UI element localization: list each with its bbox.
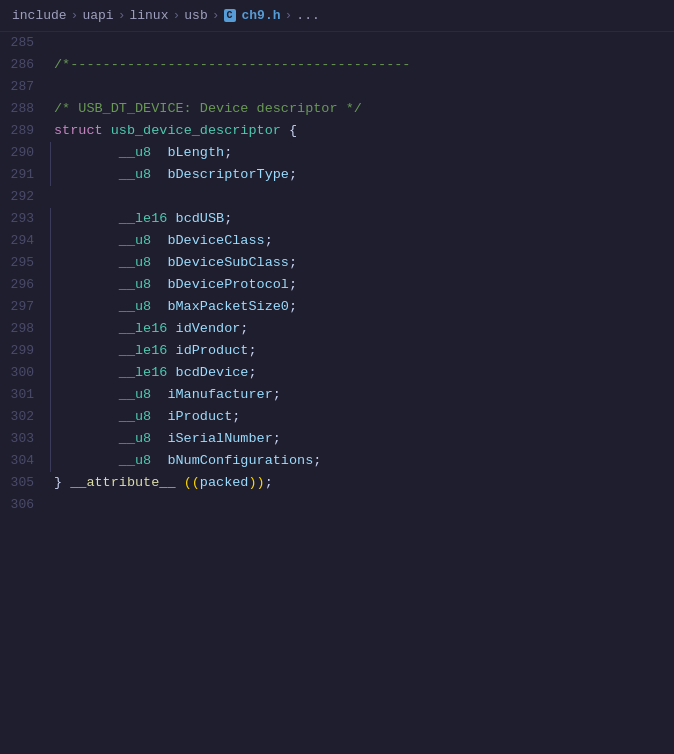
line-content: __u8 bDeviceProtocol;	[50, 274, 297, 296]
line-number: 288	[0, 98, 50, 120]
line-number: 302	[0, 406, 50, 428]
breadcrumb: include › uapi › linux › usb › C ch9.h ›…	[0, 0, 674, 32]
breadcrumb-sep-4: ›	[212, 8, 220, 23]
line-number: 305	[0, 472, 50, 494]
code-line: 296 __u8 bDeviceProtocol;	[0, 274, 674, 296]
code-line: 289struct usb_device_descriptor {	[0, 120, 674, 142]
line-number: 296	[0, 274, 50, 296]
code-line: 301 __u8 iManufacturer;	[0, 384, 674, 406]
line-number: 289	[0, 120, 50, 142]
line-content: __u8 bLength;	[50, 142, 232, 164]
line-content: } __attribute__ ((packed));	[50, 472, 273, 494]
code-line: 286/*-----------------------------------…	[0, 54, 674, 76]
breadcrumb-usb[interactable]: usb	[184, 8, 207, 23]
line-number: 304	[0, 450, 50, 472]
breadcrumb-filename[interactable]: ch9.h	[242, 8, 281, 23]
line-number: 287	[0, 76, 50, 98]
code-line: 288/* USB_DT_DEVICE: Device descriptor *…	[0, 98, 674, 120]
line-number: 293	[0, 208, 50, 230]
line-content: __u8 bDeviceClass;	[50, 230, 273, 252]
line-content: /* USB_DT_DEVICE: Device descriptor */	[50, 98, 362, 120]
code-line: 305} __attribute__ ((packed));	[0, 472, 674, 494]
line-number: 291	[0, 164, 50, 186]
line-content: __u8 bMaxPacketSize0;	[50, 296, 297, 318]
breadcrumb-linux[interactable]: linux	[129, 8, 168, 23]
line-number: 298	[0, 318, 50, 340]
line-number: 301	[0, 384, 50, 406]
line-content: __u8 iSerialNumber;	[50, 428, 281, 450]
code-editor: 285286/*--------------------------------…	[0, 32, 674, 516]
line-number: 295	[0, 252, 50, 274]
code-line: 293 __le16 bcdUSB;	[0, 208, 674, 230]
line-number: 294	[0, 230, 50, 252]
line-number: 297	[0, 296, 50, 318]
line-content: __u8 iManufacturer;	[50, 384, 281, 406]
line-number: 299	[0, 340, 50, 362]
code-line: 304 __u8 bNumConfigurations;	[0, 450, 674, 472]
code-line: 294 __u8 bDeviceClass;	[0, 230, 674, 252]
line-content: __le16 idProduct;	[50, 340, 257, 362]
code-line: 285	[0, 32, 674, 54]
code-line: 295 __u8 bDeviceSubClass;	[0, 252, 674, 274]
breadcrumb-include[interactable]: include	[12, 8, 67, 23]
line-number: 290	[0, 142, 50, 164]
line-content: __u8 bDeviceSubClass;	[50, 252, 297, 274]
line-content: __u8 bNumConfigurations;	[50, 450, 321, 472]
c-file-icon: C	[224, 9, 236, 22]
line-content: /*--------------------------------------…	[50, 54, 410, 76]
code-line: 303 __u8 iSerialNumber;	[0, 428, 674, 450]
code-line: 297 __u8 bMaxPacketSize0;	[0, 296, 674, 318]
line-number: 300	[0, 362, 50, 384]
line-content: __le16 idVendor;	[50, 318, 248, 340]
breadcrumb-sep-5: ›	[285, 8, 293, 23]
line-number: 292	[0, 186, 50, 208]
code-line: 299 __le16 idProduct;	[0, 340, 674, 362]
line-content: struct usb_device_descriptor {	[50, 120, 297, 142]
breadcrumb-sep-1: ›	[71, 8, 79, 23]
code-line: 292	[0, 186, 674, 208]
line-number: 285	[0, 32, 50, 54]
breadcrumb-more[interactable]: ...	[296, 8, 319, 23]
line-content: __u8 iProduct;	[50, 406, 240, 428]
breadcrumb-sep-3: ›	[172, 8, 180, 23]
code-line: 290 __u8 bLength;	[0, 142, 674, 164]
line-number: 286	[0, 54, 50, 76]
line-content: __le16 bcdDevice;	[50, 362, 257, 384]
code-line: 302 __u8 iProduct;	[0, 406, 674, 428]
code-line: 300 __le16 bcdDevice;	[0, 362, 674, 384]
code-line: 306	[0, 494, 674, 516]
code-line: 298 __le16 idVendor;	[0, 318, 674, 340]
line-content: __u8 bDescriptorType;	[50, 164, 297, 186]
breadcrumb-sep-2: ›	[118, 8, 126, 23]
line-number: 306	[0, 494, 50, 516]
line-number: 303	[0, 428, 50, 450]
code-line: 291 __u8 bDescriptorType;	[0, 164, 674, 186]
breadcrumb-uapi[interactable]: uapi	[82, 8, 113, 23]
code-line: 287	[0, 76, 674, 98]
line-content: __le16 bcdUSB;	[50, 208, 232, 230]
